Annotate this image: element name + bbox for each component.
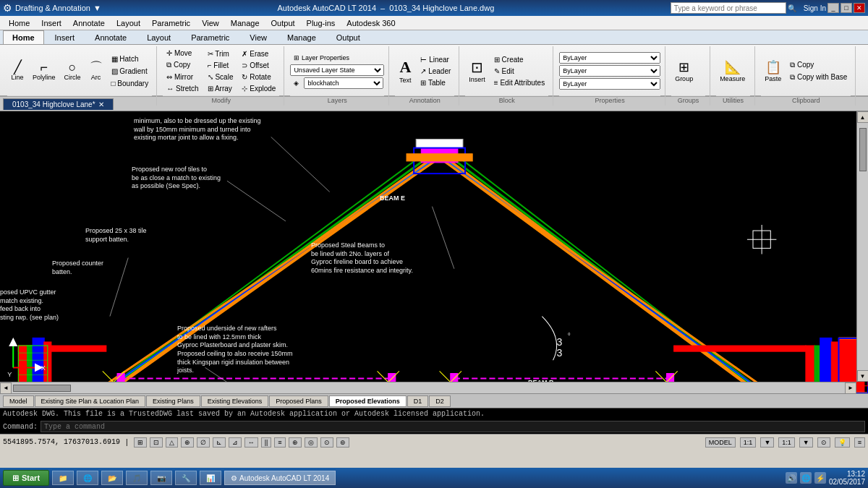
command-input[interactable] [41, 421, 865, 432]
group-button[interactable]: ⊞ Group [671, 57, 697, 85]
taskbar-icon-folder[interactable]: 📂 [101, 471, 123, 485]
taskbar-icon-misc2[interactable]: 📷 [150, 471, 172, 485]
erase-button[interactable]: ✗ Erase [238, 48, 279, 59]
arc-button[interactable]: ⌒ Arc [86, 59, 106, 83]
cad-canvas[interactable]: 3 3 ° Y X [0, 111, 868, 393]
sheet-tab-existing-elevations[interactable]: Existing Elevations [201, 395, 269, 407]
annotation-scale-dropdown[interactable]: ▼ [799, 437, 813, 448]
edit-block-button[interactable]: ✎ Edit [490, 66, 548, 77]
status-polar[interactable]: △ [166, 437, 178, 448]
status-dyn[interactable]: ⊿ [229, 437, 242, 448]
tab-layout[interactable]: Layout [137, 30, 180, 44]
menu-item-autodesk360[interactable]: Autodesk 360 [341, 17, 401, 29]
sheet-tab-existing-site[interactable]: Existing Site Plan & Location Plan [35, 395, 146, 407]
sheet-tab-d1[interactable]: D1 [407, 395, 429, 407]
copy-with-base-button[interactable]: ⧉ Copy with Base [786, 72, 851, 83]
status-snap-grid[interactable]: ⊞ [134, 437, 147, 448]
leader-button[interactable]: ↗ Leader [417, 66, 454, 77]
mirror-button[interactable]: ⇔ Mirror [163, 72, 202, 82]
tab-output[interactable]: Output [327, 30, 370, 44]
menu-item-manage[interactable]: Manage [225, 17, 265, 29]
maximize-button[interactable]: □ [841, 3, 852, 13]
polyline-button[interactable]: ⌐ Polyline [29, 59, 59, 83]
doc-tab-close[interactable]: ✕ [98, 100, 104, 108]
move-button[interactable]: ✛ Move [163, 48, 202, 59]
menu-item-plugins[interactable]: Plug-ins [301, 17, 341, 29]
tab-annotate[interactable]: Annotate [85, 30, 136, 44]
status-sel[interactable]: ◎ [305, 437, 318, 448]
v-scroll-thumb[interactable] [859, 128, 867, 171]
scroll-left-button[interactable]: ◄ [0, 382, 12, 394]
tab-manage[interactable]: Manage [278, 30, 326, 44]
status-osnap[interactable]: ⊕ [181, 437, 194, 448]
status-anno[interactable]: ⊙ [320, 437, 333, 448]
close-button[interactable]: ✕ [854, 3, 865, 13]
scale-button[interactable]: ⤡ Scale [204, 72, 237, 82]
trim-button[interactable]: ✂ Trim [204, 48, 237, 59]
doc-tab-active[interactable]: 0103_34 Highclove Lane* ✕ [3, 98, 114, 110]
sheet-tab-model[interactable]: Model [3, 395, 34, 407]
h-scroll-thumb[interactable] [13, 385, 71, 392]
fillet-button[interactable]: ⌐ Fillet [204, 60, 237, 71]
text-button[interactable]: A Text [395, 56, 415, 86]
create-block-button[interactable]: ⊞ Create [490, 54, 548, 65]
menu-item-view[interactable]: View [196, 17, 225, 29]
tab-home[interactable]: Home [3, 30, 44, 44]
status-sc[interactable]: ⊕ [289, 437, 302, 448]
status-lw[interactable]: ↔ [244, 437, 258, 448]
menu-item-layout[interactable]: Layout [111, 17, 146, 29]
hatch-button[interactable]: ▦ Hatch [108, 53, 153, 64]
copy-button[interactable]: ⧉ Copy [163, 59, 202, 71]
paste-button[interactable]: 📋 Paste [761, 57, 785, 85]
rotate-button[interactable]: ↻ Rotate [238, 72, 279, 82]
scroll-up-button[interactable]: ▲ [857, 111, 869, 123]
menu-item-annotate[interactable]: Annotate [67, 17, 111, 29]
scroll-down-button[interactable]: ▼ [857, 370, 869, 382]
status-ws[interactable]: ⊚ [336, 437, 349, 448]
status-qp[interactable]: ≡ [274, 437, 285, 448]
start-button[interactable]: ⊞ Start [3, 470, 49, 486]
annotation-scale[interactable]: 1:1 [778, 437, 795, 448]
linear-button[interactable]: ⊢ Linear [417, 54, 454, 65]
scale-dropdown[interactable]: ▼ [760, 437, 774, 448]
search-input[interactable] [671, 2, 786, 14]
layer-state-button[interactable]: ◈ [290, 78, 302, 88]
tab-view[interactable]: View [240, 30, 276, 44]
scale-1-1-button[interactable]: 1:1 [740, 437, 757, 448]
boundary-button[interactable]: □ Boundary [108, 78, 153, 89]
sign-in-link[interactable]: Sign In [804, 4, 826, 12]
customize-button[interactable]: ≡ [854, 437, 865, 448]
color-select[interactable]: ByLayer [559, 52, 660, 64]
status-snap-ortho[interactable]: ⊡ [150, 437, 163, 448]
menu-item-home[interactable]: Home [3, 17, 35, 29]
sheet-tab-proposed-elevations[interactable]: Proposed Elevations [329, 395, 407, 407]
tab-insert[interactable]: Insert [46, 30, 85, 44]
taskbar-icon-browser[interactable]: 🌐 [77, 471, 98, 485]
menu-item-parametric[interactable]: Parametric [146, 17, 196, 29]
taskbar-icon-misc3[interactable]: 🔧 [175, 471, 197, 485]
tray-power[interactable]: ⚡ [814, 472, 826, 484]
layer-name-select[interactable]: blockhatch [304, 77, 383, 89]
status-tmodel[interactable]: || [261, 437, 272, 448]
circle-button[interactable]: ○ Circle [61, 59, 85, 83]
status-otrack[interactable]: ∅ [197, 437, 210, 448]
measure-button[interactable]: 📐 Measure [716, 57, 749, 85]
sheet-tab-proposed-plans[interactable]: Proposed Plans [269, 395, 328, 407]
taskbar-icon-misc4[interactable]: 📊 [200, 471, 221, 485]
tray-volume[interactable]: 🔊 [786, 472, 797, 484]
line-button[interactable]: ╱ Line [7, 59, 27, 83]
linetype-select[interactable]: ByLayer [559, 65, 660, 77]
taskbar-icon-misc1[interactable]: 🎵 [126, 471, 148, 485]
scroll-right-button[interactable]: ► [845, 382, 856, 394]
copy-clipboard-button[interactable]: ⧉ Copy [786, 59, 851, 71]
explode-button[interactable]: ⊹ Explode [238, 83, 279, 94]
status-ducs[interactable]: ⊾ [213, 437, 226, 448]
gradient-button[interactable]: ▨ Gradient [108, 66, 153, 77]
sheet-tab-d2[interactable]: D2 [429, 395, 451, 407]
horizontal-scrollbar[interactable]: ◄ ► [0, 382, 856, 393]
sync-scale-button[interactable]: ⊙ [817, 437, 830, 448]
table-button[interactable]: ⊞ Table [417, 77, 454, 88]
taskbar-icon-explorer[interactable]: 📁 [52, 471, 74, 485]
array-button[interactable]: ⊞ Array [204, 83, 237, 94]
taskbar-autocad[interactable]: ⚙ Autodesk AutoCAD LT 2014 [224, 471, 336, 485]
